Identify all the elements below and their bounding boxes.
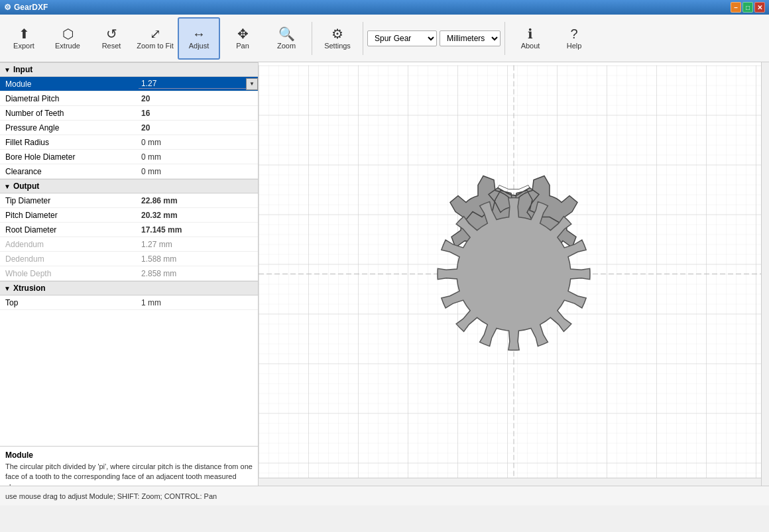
left-panel: ▼ Input Module ▼ Diametral Pitch 20 Numb… xyxy=(0,62,259,486)
param-row-tip-diameter[interactable]: Tip Diameter 22.86 mm xyxy=(0,193,258,208)
param-value-clearance: 0 mm xyxy=(139,166,258,178)
module-input-area: ▼ xyxy=(139,78,258,90)
param-row-root-diameter[interactable]: Root Diameter 17.145 mm xyxy=(0,223,258,237)
param-value-top: 1 mm xyxy=(139,297,258,309)
param-value-number-of-teeth: 16 xyxy=(139,107,258,119)
input-arrow: ▼ xyxy=(4,66,11,74)
separator-2 xyxy=(363,22,363,55)
param-value-fillet-radius: 0 mm xyxy=(139,136,258,148)
param-value-dedendum: 1.588 mm xyxy=(139,253,258,265)
param-value-whole-depth: 2.858 mm xyxy=(139,268,258,280)
param-row-pitch-diameter[interactable]: Pitch Diameter 20.32 mm xyxy=(0,208,258,223)
extrude-icon: ⬡ xyxy=(62,27,74,40)
input-section-header: ▼ Input xyxy=(0,62,258,77)
right-scrollbar[interactable] xyxy=(761,62,769,486)
extrude-label: Extrude xyxy=(55,42,80,50)
params-area: ▼ Input Module ▼ Diametral Pitch 20 Numb… xyxy=(0,62,258,446)
zoom-to-fit-label: Zoom to Fit xyxy=(137,42,174,50)
export-icon: ⬆ xyxy=(19,27,30,40)
param-row-fillet-radius[interactable]: Fillet Radius 0 mm xyxy=(0,135,258,150)
param-row-addendum: Addendum 1.27 mm xyxy=(0,237,258,252)
param-value-addendum: 1.27 mm xyxy=(139,239,258,250)
zoom-to-fit-button[interactable]: ⤢ Zoom to Fit xyxy=(134,17,176,60)
param-row-diametral-pitch[interactable]: Diametral Pitch 20 xyxy=(0,91,258,106)
settings-label: Settings xyxy=(324,42,351,50)
param-row-bore-hole[interactable]: Bore Hole Diameter 0 mm xyxy=(0,150,258,164)
gear-type-select[interactable]: Spur Gear Rack Internal Gear xyxy=(367,30,437,46)
param-value-diametral-pitch: 20 xyxy=(139,93,258,105)
maximize-button[interactable]: □ xyxy=(742,2,753,13)
param-name-dedendum: Dedendum xyxy=(0,253,139,265)
help-label: Help xyxy=(567,42,582,50)
app-title: GearDXF xyxy=(14,3,48,12)
separator-1 xyxy=(312,22,312,55)
param-name-module: Module xyxy=(0,78,139,90)
adjust-icon: ↔ xyxy=(192,27,206,40)
module-input[interactable] xyxy=(139,79,246,89)
reset-icon: ↺ xyxy=(106,27,117,40)
param-name-tip-diameter: Tip Diameter xyxy=(0,195,139,207)
param-row-module[interactable]: Module ▼ xyxy=(0,77,258,91)
output-arrow: ▼ xyxy=(4,183,11,190)
param-name-clearance: Clearance xyxy=(0,166,139,178)
zoom-button[interactable]: 🔍 Zoom xyxy=(265,17,308,60)
adjust-button[interactable]: ↔ Adjust xyxy=(178,17,220,60)
param-name-root-diameter: Root Diameter xyxy=(0,224,139,236)
param-value-bore-hole: 0 mm xyxy=(139,151,258,163)
help-button[interactable]: ? Help xyxy=(553,17,595,60)
minimize-button[interactable]: – xyxy=(731,2,741,13)
param-name-bore-hole: Bore Hole Diameter xyxy=(0,151,139,163)
units-select[interactable]: Millimeters Inches xyxy=(440,30,501,46)
status-bar: use mouse drag to adjust Module; SHIFT: … xyxy=(0,486,769,505)
reset-label: Reset xyxy=(102,42,121,50)
pan-button[interactable]: ✥ Pan xyxy=(221,17,264,60)
export-label: Export xyxy=(13,42,34,50)
param-name-fillet-radius: Fillet Radius xyxy=(0,136,139,148)
close-button[interactable]: ✕ xyxy=(754,2,765,13)
status-text: use mouse drag to adjust Module; SHIFT: … xyxy=(5,492,217,500)
zoom-to-fit-icon: ⤢ xyxy=(150,27,161,40)
gear-type-area: Spur Gear Rack Internal Gear Millimeters… xyxy=(367,30,501,46)
param-row-pressure-angle[interactable]: Pressure Angle 20 xyxy=(0,121,258,135)
extrude-button[interactable]: ⬡ Extrude xyxy=(46,17,89,60)
param-row-top[interactable]: Top 1 mm xyxy=(0,295,258,310)
xtrusion-arrow: ▼ xyxy=(4,285,11,292)
about-label: About xyxy=(521,42,540,50)
info-title: Module xyxy=(5,451,253,460)
zoom-label: Zoom xyxy=(277,42,296,50)
about-button[interactable]: ℹ About xyxy=(509,17,552,60)
xtrusion-section-header: ▼ Xtrusion xyxy=(0,281,258,295)
param-name-whole-depth: Whole Depth xyxy=(0,268,139,280)
gear-canvas xyxy=(259,62,769,486)
reset-button[interactable]: ↺ Reset xyxy=(90,17,133,60)
settings-button[interactable]: ⚙ Settings xyxy=(316,17,359,60)
module-dropdown[interactable]: ▼ xyxy=(246,78,258,90)
export-button[interactable]: ⬆ Export xyxy=(3,17,45,60)
param-row-whole-depth: Whole Depth 2.858 mm xyxy=(0,266,258,281)
main-area: ▼ Input Module ▼ Diametral Pitch 20 Numb… xyxy=(0,62,769,486)
input-section-label: Input xyxy=(13,65,32,74)
param-row-dedendum: Dedendum 1.588 mm xyxy=(0,252,258,266)
xtrusion-section-label: Xtrusion xyxy=(13,284,46,293)
param-name-addendum: Addendum xyxy=(0,239,139,250)
pan-label: Pan xyxy=(236,42,249,50)
param-name-pressure-angle: Pressure Angle xyxy=(0,122,139,134)
param-value-pressure-angle: 20 xyxy=(139,122,258,134)
help-icon: ? xyxy=(570,27,577,40)
param-value-tip-diameter: 22.86 mm xyxy=(139,195,258,207)
about-icon: ℹ xyxy=(528,27,533,40)
param-row-clearance[interactable]: Clearance 0 mm xyxy=(0,164,258,179)
adjust-label: Adjust xyxy=(189,42,209,50)
param-value-pitch-diameter: 20.32 mm xyxy=(139,209,258,221)
canvas-area[interactable]: // Draw proper 16-tooth spur gear const … xyxy=(259,62,769,486)
output-section-header: ▼ Output xyxy=(0,179,258,193)
param-row-number-of-teeth[interactable]: Number of Teeth 16 xyxy=(0,106,258,121)
info-panel: Module The circular pitch divided by 'pi… xyxy=(0,446,258,486)
zoom-icon: 🔍 xyxy=(278,27,295,40)
param-name-diametral-pitch: Diametral Pitch xyxy=(0,93,139,105)
param-name-pitch-diameter: Pitch Diameter xyxy=(0,209,139,221)
title-bar: ⚙ GearDXF – □ ✕ xyxy=(0,0,769,15)
param-value-root-diameter: 17.145 mm xyxy=(139,224,258,236)
param-name-number-of-teeth: Number of Teeth xyxy=(0,107,139,119)
bottom-scrollbar[interactable] xyxy=(259,478,761,486)
